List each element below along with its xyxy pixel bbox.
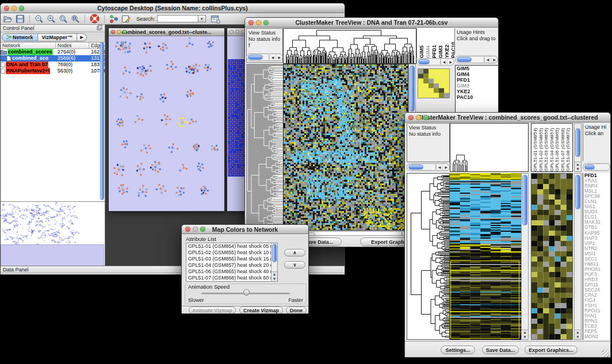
tv2-row-dendrogram[interactable]	[407, 173, 450, 340]
network-list-scrollbar[interactable]	[100, 42, 104, 200]
move-down-button[interactable]: ∨	[284, 261, 305, 269]
heatmap-selection-box[interactable]	[450, 260, 519, 339]
scroll-right-arrow-icon[interactable]: ▶	[442, 164, 449, 170]
gene-list-item[interactable]: PAC10	[456, 94, 498, 100]
network-canvas[interactable]	[109, 36, 224, 211]
network-canvas-2[interactable]	[227, 36, 246, 211]
scrollbar-thumb[interactable]	[272, 244, 277, 262]
scrollbar-thumb[interactable]	[248, 55, 263, 60]
gene-list-item[interactable]: YKE2	[456, 89, 498, 94]
attribute-list-item[interactable]: GPL51-01 (GSM854) heat shock 05 min	[186, 243, 271, 250]
tv2-column-dendrogram[interactable]	[450, 123, 529, 172]
minimize-button[interactable]	[416, 115, 421, 120]
move-up-button[interactable]: ∧	[284, 249, 305, 256]
zoom-button[interactable]	[263, 20, 269, 25]
main-titlebar[interactable]: Cytoscape Desktop (Session Name: collins…	[1, 3, 345, 13]
scroll-up-arrow-icon[interactable]: ▲	[576, 163, 580, 166]
tv2-status-scrollbar[interactable]: ◀▶	[407, 163, 450, 171]
scrollbar-thumb[interactable]	[457, 57, 472, 62]
tv1-heatmap[interactable]	[283, 64, 408, 231]
tv2-minimap-vscrollbar[interactable]: ▲▼	[574, 173, 582, 340]
gene-list-item[interactable]: MON2	[583, 334, 610, 339]
tv2-hints-scrollbar[interactable]	[583, 163, 610, 171]
scrollbar-thumb[interactable]	[410, 66, 415, 112]
network-table-row[interactable]: combined_scores 2764(0) 16218(0)	[1, 49, 105, 55]
zoom-button[interactable]	[19, 6, 24, 11]
scrollbar-thumb[interactable]	[584, 164, 595, 170]
tv1-status-scrollbar[interactable]: ◀▶	[246, 53, 283, 61]
scroll-down-arrow-icon[interactable]: ▼	[576, 167, 580, 171]
scrollbar-thumb[interactable]	[418, 59, 430, 64]
tv1-hints-scrollbar[interactable]: ◀▶	[455, 56, 498, 63]
attribute-list-item[interactable]: GPL51-03 (GSM856) heat shock 15 min	[186, 256, 271, 262]
export-graphics-button[interactable]: Export Graphics...	[525, 346, 577, 354]
network-table-row[interactable]: DNA and Tran 07 769(0) 183728(0)	[1, 62, 105, 68]
close-button[interactable]	[111, 30, 115, 34]
tv1-labels-scrollbar[interactable]: ◀▶	[416, 58, 454, 66]
animate-vizmap-button[interactable]: Animate Vizmap	[189, 306, 236, 314]
zoom-button[interactable]	[200, 227, 205, 232]
close-button[interactable]	[248, 20, 254, 25]
scroll-left-arrow-icon[interactable]: ◀	[269, 55, 276, 60]
resize-grip[interactable]	[602, 350, 609, 357]
minimize-button[interactable]	[256, 20, 261, 25]
zoom-out-icon[interactable]	[34, 14, 44, 24]
zoom-button[interactable]	[123, 30, 127, 34]
speed-slider-thumb[interactable]	[243, 289, 250, 296]
network-table-row-selected[interactable]: combined_sco 2569(6) 13112(15)	[1, 55, 105, 62]
zoom-selected-icon[interactable]	[58, 14, 68, 24]
network-overview-canvas[interactable]	[1, 202, 104, 266]
scroll-down-arrow-icon[interactable]: ▼	[523, 335, 527, 339]
attribute-browser-icon[interactable]	[210, 14, 220, 24]
scrollbar-thumb[interactable]	[575, 128, 580, 157]
help-lifering-icon[interactable]	[89, 13, 100, 24]
scrollbar-thumb[interactable]	[522, 175, 527, 225]
scroll-left-arrow-icon[interactable]: ◀	[436, 164, 443, 170]
tv2-zoom-minimap[interactable]	[531, 173, 573, 340]
search-input[interactable]	[157, 15, 198, 22]
scrollbar-thumb[interactable]	[408, 164, 423, 170]
gene-list-item[interactable]: PFD1	[456, 77, 498, 83]
tv2-titlebar[interactable]: ClusterMaker TreeView : combined_scores_…	[405, 113, 610, 122]
tv1-column-dendrogram[interactable]	[283, 28, 416, 64]
attribute-list-item[interactable]: GPL51-02 (GSM855) heat shock 10 min	[186, 250, 271, 256]
minimize-button[interactable]	[12, 6, 17, 11]
annotation-edit-icon[interactable]	[121, 14, 131, 24]
zoom-in-icon[interactable]	[46, 14, 56, 24]
tv1-row-dendrogram[interactable]	[246, 64, 283, 231]
tab-vizmapper[interactable]: VizMapper™	[38, 33, 78, 41]
gene-list-item[interactable]: GIM3	[456, 83, 498, 89]
scroll-up-arrow-icon[interactable]: ▲	[523, 331, 527, 334]
tv1-correlation-minimap[interactable]	[418, 68, 450, 98]
scroll-left-arrow-icon[interactable]: ◀	[484, 57, 491, 62]
done-button[interactable]: Done	[286, 306, 307, 314]
save-data-button[interactable]: Save Data...	[482, 346, 519, 354]
close-button[interactable]	[230, 30, 234, 34]
scroll-right-arrow-icon[interactable]: ▶	[276, 55, 282, 60]
scroll-left-arrow-icon[interactable]: ◀	[441, 59, 447, 64]
open-file-icon[interactable]	[3, 14, 13, 24]
zoom-fit-icon[interactable]	[70, 14, 81, 24]
attribute-list-vscrollbar[interactable]: ▲▼	[271, 243, 277, 281]
attribute-list-item[interactable]: GPL51-07 (GSM868) heat shock 60 min	[186, 275, 271, 281]
search-dropdown-arrow[interactable]: ▼	[198, 15, 206, 22]
network-view-titlebar[interactable]: combined_scores_good.txt--cluste...	[109, 28, 224, 36]
float-panel-icon[interactable]	[97, 25, 102, 32]
attribute-list-item[interactable]: GPL51-04 (GSM857) heat shock 20 min	[186, 262, 271, 269]
tv2-heatmap-vscrollbar[interactable]: ▲▼	[521, 173, 529, 340]
tab-network[interactable]: Network	[2, 33, 38, 41]
close-button[interactable]	[185, 227, 190, 232]
minimize-button[interactable]	[235, 30, 239, 34]
close-button[interactable]	[408, 115, 414, 120]
scroll-up-arrow-icon[interactable]: ▲	[576, 331, 580, 334]
settings-button[interactable]: Settings...	[441, 346, 475, 354]
save-icon[interactable]	[15, 14, 25, 24]
gene-list-item[interactable]: GIM5	[456, 66, 498, 71]
create-vizmap-button[interactable]: Create Vizmap	[239, 306, 283, 314]
network-view-2-titlebar[interactable]	[227, 28, 246, 36]
tv2-labels-vscrollbar[interactable]: ▲▼	[574, 123, 582, 172]
scroll-right-arrow-icon[interactable]: ▶	[491, 57, 498, 62]
tv2-heatmap[interactable]	[450, 173, 521, 340]
network-overview-panel[interactable]	[1, 201, 105, 266]
scrollbar-thumb[interactable]	[575, 175, 580, 209]
